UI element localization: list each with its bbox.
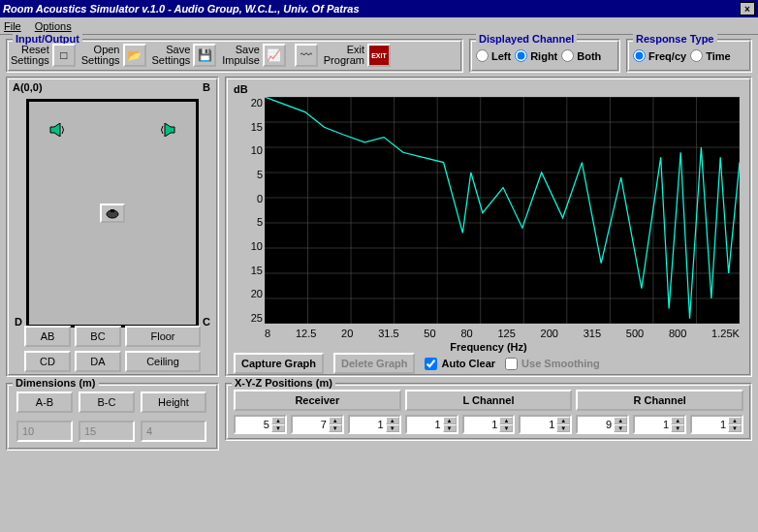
rchannel-pos-group: R Channel 9▲▼1▲▼1▲▼ — [576, 390, 743, 434]
rchannel-header: R Channel — [576, 390, 743, 411]
ytick: 10 — [234, 144, 263, 156]
speaker-left-icon[interactable] — [48, 123, 66, 137]
spin-up-icon[interactable]: ▲ — [499, 417, 513, 424]
lchannel-header: L Channel — [405, 390, 573, 411]
impulse-icon: 📈 — [263, 44, 286, 67]
ytick: 0 — [234, 193, 263, 204]
xtick: 12.5 — [296, 328, 316, 339]
spin-up-icon[interactable]: ▲ — [271, 417, 285, 424]
save-settings-button[interactable]: Save Settings💾 — [152, 44, 217, 67]
spin-down-icon[interactable]: ▼ — [386, 424, 399, 432]
spin-down-icon[interactable]: ▼ — [671, 424, 684, 432]
wall-da-button[interactable]: DA — [75, 351, 121, 372]
wall-bc-button[interactable]: BC — [75, 326, 121, 347]
spin-down-icon[interactable]: ▼ — [443, 424, 457, 432]
lchannel-spin-z[interactable]: 1▲▼ — [519, 415, 572, 434]
blank-button[interactable]: 〰 — [292, 44, 318, 67]
wall-ab-button[interactable]: AB — [24, 326, 71, 347]
dim-bc-button[interactable]: B-C — [79, 391, 135, 413]
radio-right[interactable]: Right — [515, 49, 557, 62]
use-smoothing-checkbox[interactable]: Use Smoothing — [505, 358, 600, 370]
svg-marker-1 — [165, 123, 174, 137]
io-group: Input/Output Reset Settings□ Open Settin… — [6, 39, 463, 73]
close-icon[interactable]: × — [740, 2, 755, 16]
rchannel-spin-z[interactable]: 1▲▼ — [690, 415, 743, 434]
dim-h-field[interactable]: 4 — [141, 421, 206, 442]
open-settings-button[interactable]: Open Settings📂 — [81, 44, 146, 67]
spin-down-icon[interactable]: ▼ — [499, 424, 513, 432]
response-type-group: Response Type Freq/cy Time — [626, 39, 752, 73]
lchannel-pos-group: L Channel 1▲▼1▲▼1▲▼ — [405, 390, 573, 434]
spin-up-icon[interactable]: ▲ — [386, 417, 399, 424]
radio-time[interactable]: Time — [690, 49, 730, 62]
svg-marker-0 — [50, 123, 60, 137]
xtick: 20 — [341, 328, 353, 339]
xtick: 125 — [497, 328, 515, 339]
folder-open-icon: 📂 — [123, 44, 146, 67]
chart-xlabel: Frequency (Hz) — [226, 341, 751, 353]
xtick: 200 — [541, 328, 558, 339]
radio-left[interactable]: Left — [476, 49, 511, 62]
xtick: 800 — [669, 328, 686, 339]
rchannel-spin-y[interactable]: 1▲▼ — [633, 415, 686, 434]
spin-up-icon[interactable]: ▲ — [728, 417, 742, 424]
ytick: 5 — [234, 169, 263, 180]
xtick: 500 — [626, 328, 644, 339]
spin-down-icon[interactable]: ▼ — [614, 424, 627, 432]
xtick: 31.5 — [378, 328, 398, 339]
ytick: 10 — [234, 240, 263, 252]
dim-bc-field[interactable]: 15 — [79, 421, 135, 442]
ytick: 20 — [234, 288, 263, 299]
menu-file[interactable]: File — [4, 20, 21, 32]
floppy-icon: 💾 — [193, 44, 216, 67]
reset-settings-button[interactable]: Reset Settings□ — [11, 44, 76, 67]
spin-down-icon[interactable]: ▼ — [728, 424, 742, 432]
positions-panel: X-Y-Z Positions (m) Receiver 5▲▼7▲▼1▲▼ L… — [225, 383, 752, 441]
rchannel-spin-x[interactable]: 9▲▼ — [576, 415, 629, 434]
dim-ab-button[interactable]: A-B — [16, 391, 73, 413]
dim-ab-field[interactable]: 10 — [16, 421, 73, 442]
auto-clear-checkbox[interactable]: Auto Clear — [425, 358, 495, 370]
ytick: 25 — [234, 312, 263, 324]
capture-graph-button[interactable]: Capture Graph — [234, 353, 324, 374]
spin-down-icon[interactable]: ▼ — [556, 424, 570, 432]
exit-icon: EXIT — [367, 44, 391, 67]
wall-cd-button[interactable]: CD — [24, 351, 71, 372]
wall-floor-button[interactable]: Floor — [125, 326, 201, 347]
receiver-spin-y[interactable]: 7▲▼ — [291, 415, 344, 434]
radio-freq[interactable]: Freq/cy — [633, 49, 686, 62]
spin-up-icon[interactable]: ▲ — [671, 417, 684, 424]
chart-yticks: 20151050510152025 — [234, 97, 263, 324]
menu-options[interactable]: Options — [35, 20, 72, 32]
exit-program-button[interactable]: Exit ProgramEXIT — [324, 44, 391, 67]
radio-both[interactable]: Both — [561, 49, 601, 62]
receiver-spin-x[interactable]: 5▲▼ — [234, 415, 287, 434]
receiver-spin-z[interactable]: 1▲▼ — [348, 415, 401, 434]
spin-up-icon[interactable]: ▲ — [329, 417, 342, 424]
xtick: 1.25K — [711, 328, 740, 339]
lchannel-spin-x[interactable]: 1▲▼ — [405, 415, 458, 434]
spin-up-icon[interactable]: ▲ — [614, 417, 627, 424]
spin-down-icon[interactable]: ▼ — [329, 424, 342, 432]
receiver-icon[interactable] — [100, 203, 125, 223]
chart-xticks: 812.52031.550801252003155008001.25K — [265, 328, 740, 339]
chart-panel: dB 20151050510152025 812.52031.550801252… — [225, 77, 752, 377]
xtick: 315 — [584, 328, 601, 339]
room-box — [26, 99, 199, 328]
xtick: 8 — [265, 328, 270, 339]
lchannel-spin-y[interactable]: 1▲▼ — [462, 415, 516, 434]
chart-area — [265, 97, 740, 324]
ytick: 20 — [234, 97, 263, 109]
spin-up-icon[interactable]: ▲ — [443, 417, 457, 424]
save-impulse-button[interactable]: Save Impulse📈 — [222, 44, 286, 67]
dim-height-button[interactable]: Height — [141, 391, 206, 413]
spin-up-icon[interactable]: ▲ — [556, 417, 570, 424]
chart-ylabel: dB — [234, 83, 248, 95]
displayed-channel-group: Displayed Channel Left Right Both — [469, 39, 620, 73]
speaker-right-icon[interactable] — [159, 123, 176, 137]
xtick: 80 — [460, 328, 472, 339]
spin-down-icon[interactable]: ▼ — [271, 424, 285, 432]
delete-graph-button[interactable]: Delete Graph — [333, 353, 415, 374]
receiver-header: Receiver — [234, 390, 401, 411]
wall-ceiling-button[interactable]: Ceiling — [125, 351, 201, 372]
